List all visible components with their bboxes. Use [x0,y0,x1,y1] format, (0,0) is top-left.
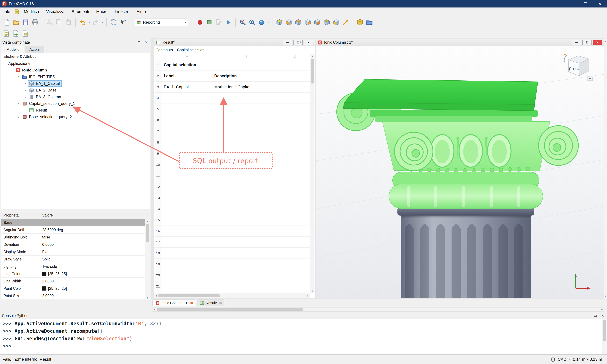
row-header-15[interactable]: 15 [154,214,162,225]
row-header-19[interactable]: 19 [154,259,162,270]
property-deviation[interactable]: Deviation0,5000 [1,241,145,248]
menu-visualizza[interactable]: Visualizza [42,8,68,16]
mdi-vertical-scrollbar[interactable]: ▴ ▾ [604,39,607,298]
chevron-right-icon[interactable]: ▸ [23,95,28,99]
cell-B15[interactable] [212,214,281,225]
redo-button[interactable] [91,18,100,27]
view-top-button[interactable] [294,18,303,27]
row-header-10[interactable]: 10 [154,159,162,170]
view-rear-button[interactable] [312,18,322,27]
chevron-down-icon[interactable]: ▾ [100,21,104,24]
cell-C19[interactable] [281,259,310,270]
view-bottom-button[interactable] [322,18,331,27]
cell-C7[interactable] [281,126,310,137]
scroll-left-icon[interactable]: ◂ [155,294,157,298]
navigation-cube[interactable]: Front [562,50,594,82]
macro-record-button[interactable] [195,18,205,27]
cell-A3[interactable]: EA_1_Capital [162,82,212,92]
row-header-6[interactable]: 6 [154,115,162,126]
column-header-b[interactable]: B [212,54,281,59]
refresh-button[interactable] [109,18,118,27]
cell-B16[interactable] [212,225,281,236]
cell-B20[interactable] [212,270,281,281]
console-scrollbar[interactable] [602,319,607,354]
cell-C3[interactable] [281,82,310,92]
cell-B18[interactable] [212,247,281,259]
cell-C18[interactable] [281,247,310,259]
cell-B11[interactable] [212,170,281,181]
row-header-11[interactable]: 11 [154,170,162,181]
open-folder-button[interactable] [11,18,21,27]
cell-C2[interactable] [281,70,310,81]
view-left-button[interactable] [331,18,341,27]
float-panel-button[interactable] [593,313,598,318]
tree-item-ea-3-column[interactable]: ▸EA_3_Column [1,93,150,100]
chevron-down-icon[interactable]: ▾ [9,68,14,72]
chevron-down-icon[interactable]: ▾ [16,102,21,105]
zoom-button[interactable] [247,18,257,27]
properties-scrollbar[interactable]: ▴ ▾ [145,219,150,300]
chevron-right-icon[interactable]: ▸ [16,115,21,118]
column-header-c[interactable]: C [281,54,310,59]
scroll-down-icon[interactable]: ▾ [605,294,606,298]
cell-A14[interactable] [162,203,212,214]
macro-stop-button[interactable] [205,18,214,27]
cell-B12[interactable] [212,181,281,192]
whats-this-button[interactable]: ? [118,18,128,27]
view-front-button[interactable] [284,18,294,27]
cell-B5[interactable] [212,104,281,115]
tree-item-ea-1-capital[interactable]: ▸EA_1_Capital [1,80,150,87]
cell-C10[interactable] [281,159,310,170]
cell-A15[interactable] [162,214,212,225]
print-button[interactable] [30,18,40,27]
sheet-horizontal-scrollbar[interactable]: ◂ ▸ [154,293,310,298]
menu-modifica[interactable]: Modifica [20,8,42,16]
row-header-16[interactable]: 16 [154,225,162,236]
property-point-color[interactable]: Point Color[25, 25, 25] [1,285,145,292]
tree-item-base-selection-query-2[interactable]: ▸Base_selection_query_2 [1,114,150,120]
property-angular-defl[interactable]: Angular Defl...28,5000 deg [1,226,145,234]
minimize-window-button[interactable] [283,40,292,45]
cell-C6[interactable] [281,115,310,126]
close-panel-button[interactable]: × [600,313,605,318]
chevron-down-icon[interactable]: ▾ [16,75,21,78]
cell-B2[interactable]: Description [212,70,281,81]
spreadsheet-grid[interactable]: ABC 1Capital selection2LabelDescription3… [154,54,310,293]
part-box-button[interactable] [355,18,365,27]
row-header-14[interactable]: 14 [154,203,162,214]
macro-play-button[interactable] [224,18,233,27]
ifc-report-button[interactable] [2,29,11,38]
row-header-4[interactable]: 4 [154,93,162,104]
row-header-1[interactable]: 1 [154,59,162,70]
tree-item-capital-selection-query-1[interactable]: ▾Capital_selection_query_1 [1,100,150,107]
cell-C17[interactable] [281,236,310,247]
row-header-9[interactable]: 9 [154,148,162,159]
cell-B4[interactable] [212,93,281,104]
scroll-down-icon[interactable]: ▾ [311,289,313,293]
menu-aiuto[interactable]: Aiuto [133,8,149,16]
cell-B17[interactable] [212,236,281,247]
cell-C13[interactable] [281,192,310,203]
cell-B14[interactable] [212,203,281,214]
cell-C20[interactable] [281,270,310,281]
cell-C9[interactable] [281,148,310,159]
cell-content-input[interactable]: Capital selection [175,47,313,53]
property-line-width[interactable]: Line Width2,0000 [1,278,145,285]
copy-button[interactable] [54,18,64,27]
cell-B7[interactable] [212,126,281,137]
cell-B6[interactable] [212,115,281,126]
minimize-button[interactable] [564,0,578,8]
paste-button[interactable] [64,18,73,27]
row-header-12[interactable]: 12 [154,181,162,192]
column-header-a[interactable]: A [162,54,212,59]
chevron-right-icon[interactable]: ▸ [23,89,28,92]
property-draw-style[interactable]: Draw StyleSolid [1,256,145,263]
minimize-window-button[interactable] [572,40,581,45]
tree-item-ea-2-base[interactable]: ▸EA_2_Base [1,87,150,93]
cell-C12[interactable] [281,181,310,192]
mdi-tab-ionic-column-1[interactable]: Ionic Column : 1* [152,299,196,306]
ifc-schema-button[interactable] [21,29,30,38]
close-panel-button[interactable]: × [144,40,148,45]
tree-item-applicazione[interactable]: Applicazione [1,60,150,67]
row-header-3[interactable]: 3 [154,82,162,92]
